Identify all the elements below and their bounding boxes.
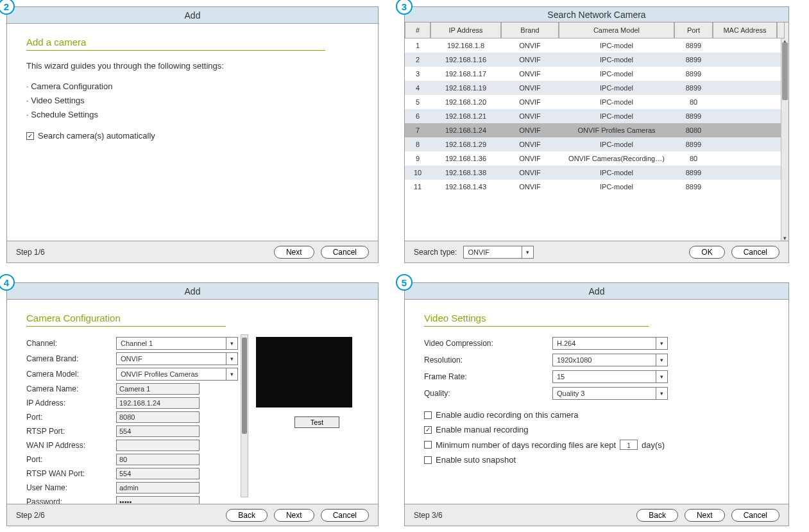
camera-config-panel: 4 Add Camera Configuration Channel: Chan…	[6, 282, 379, 526]
cell-mac	[713, 81, 777, 95]
search-camera-panel: 3 Search Network Camera # IP Address Bra…	[404, 6, 789, 263]
model-value: ONVIF Profiles Cameras	[121, 370, 198, 378]
model-select[interactable]: ONVIF Profiles Cameras▾	[116, 368, 238, 381]
port-input[interactable]: 8080	[116, 411, 200, 423]
cell-model: IPC-model	[559, 109, 674, 123]
window-title: Add	[7, 7, 378, 24]
table-row[interactable]: 11192.168.1.43ONVIFIPC-model8899	[405, 180, 788, 194]
cell-port: 8899	[674, 166, 713, 180]
cell-mac	[713, 137, 777, 151]
next-button[interactable]: Next	[685, 509, 725, 522]
wizard-intro-text: This wizard guides you through the follo…	[26, 61, 359, 71]
wanip-label: WAN IP Address:	[26, 441, 116, 450]
cell-port: 8899	[674, 81, 713, 95]
cell-brand: ONVIF	[501, 81, 559, 95]
cell-brand: ONVIF	[501, 180, 559, 194]
ip-input[interactable]: 192.168.1.24	[116, 397, 200, 409]
section-heading: Add a camera	[26, 37, 325, 51]
cell-n: 1	[405, 39, 430, 53]
table-row[interactable]: 9192.168.1.36ONVIFONVIF Cameras(Recordin…	[405, 151, 788, 166]
auto-search-checkbox[interactable]	[26, 132, 34, 140]
table-row[interactable]: 7192.168.1.24ONVIFONVIF Profiles Cameras…	[405, 123, 788, 137]
cell-mac	[713, 67, 777, 81]
quality-label: Quality:	[424, 389, 552, 398]
camera-table-body: 1192.168.1.8ONVIFIPC-model88992192.168.1…	[405, 39, 788, 241]
table-row[interactable]: 1192.168.1.8ONVIFIPC-model8899	[405, 39, 788, 53]
min-days-checkbox[interactable]	[424, 441, 432, 449]
cell-brand: ONVIF	[501, 67, 559, 81]
scroll-down-icon[interactable]: ▾	[781, 235, 788, 241]
table-row[interactable]: 6192.168.1.21ONVIFIPC-model8899	[405, 109, 788, 123]
audio-recording-checkbox[interactable]	[424, 411, 432, 419]
camera-name-input[interactable]: Camera 1	[116, 383, 200, 395]
cancel-button[interactable]: Cancel	[731, 509, 779, 522]
step-indicator: Step 2/6	[16, 511, 219, 520]
brand-select[interactable]: ONVIF▾	[116, 352, 238, 365]
table-scrollbar[interactable]: ▴ ▾	[781, 39, 788, 241]
col-port: Port	[674, 22, 713, 39]
table-row[interactable]: 8192.168.1.29ONVIFIPC-model8899	[405, 137, 788, 151]
framerate-select[interactable]: 15▾	[552, 370, 668, 383]
wan-port-input[interactable]: 80	[116, 454, 200, 465]
min-days-label: Minimum number of days recording files a…	[436, 438, 616, 452]
cell-brand: ONVIF	[501, 109, 559, 123]
framerate-label: Frame Rate:	[424, 372, 552, 381]
col-num: #	[405, 22, 430, 39]
cell-n: 5	[405, 95, 430, 109]
resolution-value: 1920x1080	[557, 356, 592, 364]
cell-port: 8899	[674, 137, 713, 151]
auto-search-label: Search camera(s) automatically	[38, 131, 155, 141]
cancel-button[interactable]: Cancel	[321, 246, 369, 259]
rtsp-port-input[interactable]: 554	[116, 425, 200, 437]
min-days-input[interactable]: 1	[620, 440, 638, 450]
cell-brand: ONVIF	[501, 123, 559, 137]
scroll-thumb[interactable]	[782, 42, 788, 100]
cell-ip: 192.168.1.43	[430, 180, 501, 194]
col-brand: Brand	[501, 22, 559, 39]
search-type-select[interactable]: ONVIF ▾	[463, 246, 534, 259]
table-row[interactable]: 3192.168.1.17ONVIFIPC-model8899	[405, 67, 788, 81]
cell-n: 10	[405, 166, 430, 180]
brand-value: ONVIF	[121, 355, 142, 363]
chevron-down-icon: ▾	[656, 354, 667, 366]
back-button[interactable]: Back	[636, 509, 678, 522]
table-row[interactable]: 5192.168.1.20ONVIFIPC-model80	[405, 95, 788, 109]
section-heading: Camera Configuration	[26, 313, 226, 327]
channel-select[interactable]: Channel 1▾	[116, 337, 238, 350]
quality-select[interactable]: Quality 3▾	[552, 387, 668, 400]
scroll-thumb[interactable]	[242, 338, 247, 434]
next-button[interactable]: Next	[274, 509, 314, 522]
cell-port: 8899	[674, 180, 713, 194]
username-input[interactable]: admin	[116, 482, 200, 493]
rtsp-wan-port-input[interactable]: 554	[116, 468, 200, 479]
password-input[interactable]: •••••	[116, 496, 200, 504]
cell-n: 11	[405, 180, 430, 194]
search-type-value: ONVIF	[468, 248, 490, 256]
manual-recording-checkbox[interactable]	[424, 426, 432, 434]
table-row[interactable]: 4192.168.1.19ONVIFIPC-model8899	[405, 81, 788, 95]
cell-ip: 192.168.1.36	[430, 151, 501, 166]
cell-n: 9	[405, 151, 430, 166]
chevron-down-icon: ▾	[656, 371, 667, 382]
resolution-select[interactable]: 1920x1080▾	[552, 354, 668, 366]
compression-label: Video Compression:	[424, 339, 552, 348]
next-button[interactable]: Next	[274, 246, 314, 259]
table-row[interactable]: 2192.168.1.16ONVIFIPC-model8899	[405, 53, 788, 67]
manual-recording-label: Enable manual recording	[436, 422, 529, 437]
compression-select[interactable]: H.264▾	[552, 337, 668, 350]
table-row[interactable]: 10192.168.1.38ONVIFIPC-model8899	[405, 166, 788, 180]
cell-ip: 192.168.1.16	[430, 53, 501, 67]
cancel-button[interactable]: Cancel	[321, 509, 369, 522]
test-button[interactable]: Test	[294, 416, 339, 428]
ok-button[interactable]: OK	[689, 246, 724, 259]
cell-ip: 192.168.1.21	[430, 109, 501, 123]
cancel-button[interactable]: Cancel	[731, 246, 779, 259]
back-button[interactable]: Back	[226, 509, 268, 522]
form-scrollbar[interactable]	[241, 334, 248, 497]
cell-ip: 192.168.1.17	[430, 67, 501, 81]
quality-value: Quality 3	[557, 390, 584, 397]
chevron-down-icon: ▾	[656, 338, 667, 349]
wan-ip-input[interactable]	[116, 440, 200, 451]
cell-brand: ONVIF	[501, 166, 559, 180]
auto-snapshot-checkbox[interactable]	[424, 456, 432, 464]
